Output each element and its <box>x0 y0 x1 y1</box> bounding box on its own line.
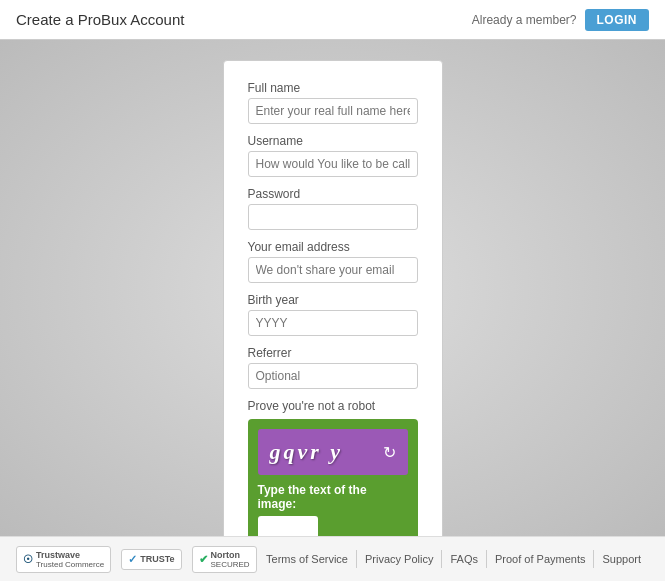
full-name-group: Full name <box>248 81 418 124</box>
page-title: Create a ProBux Account <box>16 11 184 28</box>
trustwave-subtitle: Trusted Commerce <box>36 560 104 569</box>
captcha-box: gqvr y ↻ Type the text of the image: <box>248 419 418 536</box>
password-label: Password <box>248 187 418 201</box>
email-label: Your email address <box>248 240 418 254</box>
norton-subtitle: SECURED <box>211 560 250 569</box>
username-input[interactable] <box>248 151 418 177</box>
birth-year-input[interactable] <box>248 310 418 336</box>
captcha-image-area: gqvr y ↻ <box>258 429 408 475</box>
email-group: Your email address <box>248 240 418 283</box>
login-button[interactable]: LOGIN <box>585 9 650 31</box>
footer-link-tos[interactable]: Terms of Service <box>258 550 356 568</box>
norton-name: Norton <box>211 550 250 560</box>
norton-badge: ✔ Norton SECURED <box>192 546 257 573</box>
registration-form-card: Full name Username Password Your email a… <box>223 60 443 536</box>
captcha-input[interactable] <box>258 516 318 536</box>
captcha-refresh-button[interactable]: ↻ <box>383 443 396 462</box>
truste-icon: ✓ <box>128 553 137 566</box>
header-right: Already a member? LOGIN <box>472 9 649 31</box>
email-input[interactable] <box>248 257 418 283</box>
norton-icon: ✔ <box>199 553 208 566</box>
trustwave-badge: ☉ Trustwave Trusted Commerce <box>16 546 111 573</box>
referrer-input[interactable] <box>248 363 418 389</box>
username-label: Username <box>248 134 418 148</box>
header: Create a ProBux Account Already a member… <box>0 0 665 40</box>
referrer-group: Referrer <box>248 346 418 389</box>
password-input[interactable] <box>248 204 418 230</box>
trustwave-icon: ☉ <box>23 553 33 566</box>
full-name-input[interactable] <box>248 98 418 124</box>
birth-year-group: Birth year <box>248 293 418 336</box>
footer-link-privacy[interactable]: Privacy Policy <box>356 550 441 568</box>
captcha-section-label: Prove you're not a robot <box>248 399 418 413</box>
full-name-label: Full name <box>248 81 418 95</box>
username-group: Username <box>248 134 418 177</box>
footer-link-faqs[interactable]: FAQs <box>441 550 486 568</box>
captcha-type-label: Type the text of the image: <box>258 483 408 511</box>
footer-badges: ☉ Trustwave Trusted Commerce ✓ TRUSTe ✔ … <box>16 546 257 573</box>
already-member-text: Already a member? <box>472 13 577 27</box>
trustwave-name: Trustwave <box>36 550 104 560</box>
main-content: Full name Username Password Your email a… <box>0 40 665 536</box>
truste-badge: ✓ TRUSTe <box>121 549 181 570</box>
captcha-group: Prove you're not a robot gqvr y ↻ Type t… <box>248 399 418 536</box>
footer-links: Terms of Service Privacy Policy FAQs Pro… <box>258 550 649 568</box>
truste-name: TRUSTe <box>140 554 174 564</box>
footer: ☉ Trustwave Trusted Commerce ✓ TRUSTe ✔ … <box>0 536 665 581</box>
referrer-label: Referrer <box>248 346 418 360</box>
footer-link-proof[interactable]: Proof of Payments <box>486 550 594 568</box>
footer-link-support[interactable]: Support <box>593 550 649 568</box>
birth-year-label: Birth year <box>248 293 418 307</box>
password-group: Password <box>248 187 418 230</box>
captcha-text: gqvr y <box>270 439 344 465</box>
